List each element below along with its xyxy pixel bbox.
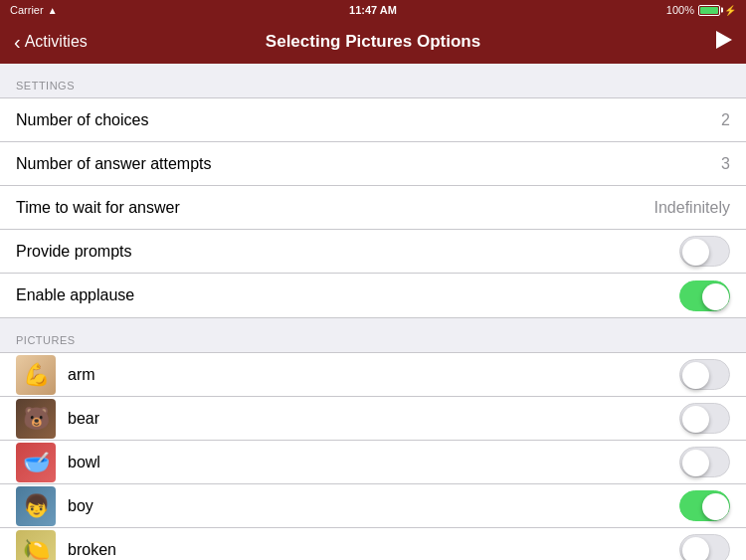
nav-title: Selecting Pictures Options bbox=[266, 32, 480, 52]
thumb-boy: 👦 bbox=[16, 486, 56, 526]
picture-label-arm: arm bbox=[68, 366, 679, 384]
toggle-knob-applause bbox=[702, 283, 729, 310]
toggle-enable-applause[interactable] bbox=[679, 280, 730, 311]
status-bar: Carrier ▲ 11:47 AM 100% ⚡ bbox=[0, 0, 746, 20]
toggle-arm[interactable] bbox=[679, 359, 730, 390]
back-chevron-icon: ‹ bbox=[14, 32, 21, 52]
pictures-section-header: PICTURES bbox=[0, 318, 746, 352]
row-label-prompts: Provide prompts bbox=[16, 243, 679, 261]
toggle-knob-prompts bbox=[682, 239, 709, 266]
row-label-applause: Enable applause bbox=[16, 286, 679, 304]
bear-icon: 🐻 bbox=[23, 406, 50, 432]
row-label-time: Time to wait for answer bbox=[16, 199, 654, 217]
picture-label-bowl: bowl bbox=[68, 454, 679, 471]
back-label: Activities bbox=[25, 33, 88, 51]
picture-row-bowl[interactable]: 🥣 bowl bbox=[0, 441, 746, 484]
thumb-bear: 🐻 bbox=[16, 399, 56, 439]
settings-section-header: SETTINGS bbox=[0, 64, 746, 97]
picture-label-bear: bear bbox=[68, 410, 679, 428]
row-number-of-choices[interactable]: Number of choices 2 bbox=[0, 98, 746, 142]
picture-label-boy: boy bbox=[68, 497, 679, 515]
pictures-table: 💪 arm 🐻 bear 🥣 bowl bbox=[0, 352, 746, 560]
row-value-time: Indefinitely bbox=[654, 199, 731, 217]
thumb-broken: 🍋 bbox=[16, 530, 56, 561]
row-time-to-wait[interactable]: Time to wait for answer Indefinitely bbox=[0, 186, 746, 230]
toggle-boy[interactable] bbox=[679, 490, 730, 521]
battery-icon bbox=[698, 5, 720, 16]
battery-fill bbox=[700, 7, 718, 14]
back-button[interactable]: ‹ Activities bbox=[14, 32, 88, 52]
battery-percent: 100% bbox=[666, 4, 694, 16]
picture-row-arm[interactable]: 💪 arm bbox=[0, 353, 746, 397]
svg-marker-0 bbox=[716, 31, 732, 49]
toggle-bear[interactable] bbox=[679, 403, 730, 434]
status-right: 100% ⚡ bbox=[666, 4, 736, 16]
row-answer-attempts[interactable]: Number of answer attempts 3 bbox=[0, 142, 746, 186]
status-time: 11:47 AM bbox=[349, 4, 397, 16]
picture-row-boy[interactable]: 👦 boy bbox=[0, 484, 746, 528]
settings-table: Number of choices 2 Number of answer att… bbox=[0, 97, 746, 318]
carrier-label: Carrier bbox=[10, 4, 44, 16]
picture-label-broken: broken bbox=[68, 541, 679, 559]
row-label-attempts: Number of answer attempts bbox=[16, 155, 721, 173]
nav-bar: ‹ Activities Selecting Pictures Options bbox=[0, 20, 746, 64]
wifi-icon: ▲ bbox=[48, 5, 58, 16]
boy-icon: 👦 bbox=[23, 493, 50, 519]
toggle-broken[interactable] bbox=[679, 534, 730, 560]
row-value-attempts: 3 bbox=[721, 155, 730, 173]
toggle-provide-prompts[interactable] bbox=[679, 236, 730, 267]
thumb-bowl: 🥣 bbox=[16, 443, 56, 482]
thumb-arm: 💪 bbox=[16, 355, 56, 395]
row-value-choices: 2 bbox=[721, 111, 730, 129]
broken-icon: 🍋 bbox=[23, 537, 50, 561]
status-left: Carrier ▲ bbox=[10, 4, 58, 16]
play-icon bbox=[716, 31, 732, 49]
content-scroll[interactable]: SETTINGS Number of choices 2 Number of a… bbox=[0, 64, 746, 560]
bowl-icon: 🥣 bbox=[23, 450, 50, 475]
picture-row-bear[interactable]: 🐻 bear bbox=[0, 397, 746, 441]
toggle-bowl[interactable] bbox=[679, 447, 730, 477]
picture-row-broken[interactable]: 🍋 broken bbox=[0, 528, 746, 560]
row-provide-prompts[interactable]: Provide prompts bbox=[0, 230, 746, 274]
row-label-choices: Number of choices bbox=[16, 111, 721, 129]
battery-plug-icon: ⚡ bbox=[724, 5, 736, 16]
arm-icon: 💪 bbox=[23, 362, 50, 388]
play-button[interactable] bbox=[716, 31, 732, 54]
row-enable-applause[interactable]: Enable applause bbox=[0, 274, 746, 317]
